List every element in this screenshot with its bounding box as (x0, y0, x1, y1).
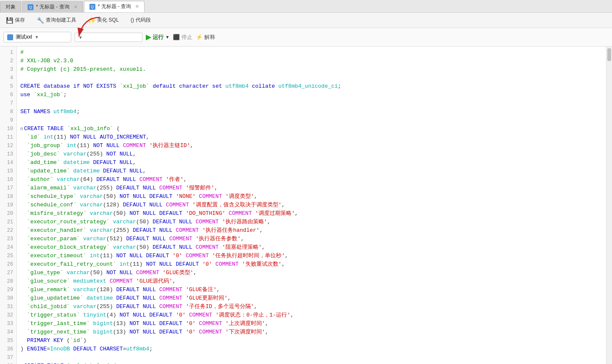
ln-25: 25 (0, 252, 13, 260)
explain-label: 解释 (204, 33, 215, 41)
database-select[interactable]: 测试xxl ▼ (3, 32, 71, 42)
code-line-34: `trigger_next_time` bigint(13) NOT NULL … (20, 328, 603, 336)
code-line-22: `executor_handler` varchar(255) DEFAULT … (20, 226, 603, 235)
code-line-14: `add_time` datetime DEFAULT NULL, (20, 158, 603, 167)
tab-query2[interactable]: Q * 无标题 - 查询 ✕ (84, 1, 145, 12)
vertical-scrollbar[interactable] (606, 47, 612, 364)
table-select-chevron: ▼ (78, 35, 83, 40)
code-line-31: `child_jobid` varchar(255) DEFAULT NULL … (20, 303, 603, 311)
code-line-5: CREATE database if NOT EXISTS `xxl_job` … (20, 82, 603, 91)
ln-20: 20 (0, 209, 13, 218)
save-button[interactable]: 💾 保存 (3, 16, 28, 25)
ln-23: 23 (0, 235, 13, 243)
ln-22: 22 (0, 226, 13, 235)
code-line-25: `executor_timeout` int(11) NOT NULL DEFA… (20, 252, 603, 260)
code-line-29: `glue_remark` varchar(128) DEFAULT NULL … (20, 286, 603, 294)
ln-18: 18 (0, 192, 13, 201)
tab-query1[interactable]: Q * 无标题 - 查询 ✕ (22, 1, 83, 12)
ln-3: 3 (0, 65, 13, 74)
scrollbar-thumb[interactable] (607, 48, 611, 61)
code-line-27: `glue_type` varchar(50) NOT NULL COMMENT… (20, 269, 603, 277)
ln-9: 9 (0, 116, 13, 125)
fold-icon-10[interactable]: ⊟ (20, 125, 23, 133)
code-line-18: `schedule_type` varchar(50) NOT NULL DEF… (20, 192, 603, 201)
code-line-4 (20, 74, 603, 82)
code-line-3: # Copyright (c) 2015-present, xuxueli. (20, 65, 603, 74)
ln-14: 14 (0, 158, 13, 167)
query-build-button[interactable]: 🔧 查询创建工具 (34, 16, 79, 25)
save-label: 保存 (15, 17, 25, 24)
code-editor[interactable]: # # XXL-JOB v2.3.0 # Copyright (c) 2015-… (17, 47, 606, 364)
ln-8: 8 (0, 108, 13, 116)
tab-objects[interactable]: 对象 (0, 1, 21, 12)
code-line-9 (20, 116, 603, 125)
code-line-6: use `xxl_job`; (20, 91, 603, 99)
explain-button[interactable]: ⚡ 解释 (196, 33, 215, 41)
editor-area: 1 2 3 4 5 6 7 8 9 10 11 12 13 14 15 16 1… (0, 47, 612, 364)
code-line-21: `executor_route_strategy` varchar(50) DE… (20, 218, 603, 226)
tab-query1-icon: Q (28, 4, 33, 10)
ln-15: 15 (0, 167, 13, 175)
code-line-28: `glue_source` mediumtext COMMENT 'GLUE源代… (20, 277, 603, 286)
ln-33: 33 (0, 320, 13, 328)
query-toolbar: 测试xxl ▼ ▼ ▶ 运行 ▼ ⬛ 停止 ⚡ 解释 (0, 28, 612, 47)
ln-4: 4 (0, 74, 13, 82)
code-line-35: PRIMARY KEY (`id`) (20, 336, 603, 345)
code-line-7 (20, 99, 603, 108)
code-line-33: `trigger_last_time` bigint(13) NOT NULL … (20, 320, 603, 328)
query-build-label: 查询创建工具 (46, 17, 76, 24)
run-button[interactable]: ▶ 运行 ▼ (146, 33, 170, 41)
ln-34: 34 (0, 328, 13, 336)
db-select-chevron: ▼ (35, 35, 39, 39)
beautify-label: 美化 SQL (97, 17, 119, 24)
code-line-2: # XXL-JOB v2.3.0 (20, 57, 603, 65)
ln-10: 10 (0, 125, 13, 133)
beautify-button[interactable]: ✨ 美化 SQL (86, 16, 121, 25)
code-line-38: ⊟CREATE TABLE `xxl_job_log` ( (20, 362, 603, 364)
ln-27: 27 (0, 269, 13, 277)
main-toolbar: 💾 保存 🔧 查询创建工具 ✨ 美化 SQL () 代码段 (0, 13, 612, 28)
code-line-23: `executor_param` varchar(512) DEFAULT NU… (20, 235, 603, 243)
ln-6: 6 (0, 91, 13, 99)
code-line-24: `executor_block_strategy` varchar(50) DE… (20, 243, 603, 252)
code-line-8: SET NAMES utf8mb4; (20, 108, 603, 116)
code-line-32: `trigger_status` tinyint(4) NOT NULL DEF… (20, 311, 603, 320)
tab-bar: 对象 Q * 无标题 - 查询 ✕ Q * 无标题 - 查询 ✕ (0, 0, 612, 13)
beautify-icon: ✨ (88, 17, 95, 24)
code-line-10: ⊟CREATE TABLE `xxl_job_info` ( (20, 125, 603, 133)
tab-objects-label: 对象 (6, 3, 16, 11)
ln-29: 29 (0, 286, 13, 294)
run-dropdown-icon[interactable]: ▼ (165, 35, 170, 39)
tab-query1-label: * 无标题 - 查询 (36, 3, 70, 11)
code-segment-label: () 代码段 (131, 17, 150, 24)
code-line-30: `glue_updatetime` datetime DEFAULT NULL … (20, 294, 603, 303)
code-segment-button[interactable]: () 代码段 (128, 16, 153, 25)
stop-button[interactable]: ⬛ 停止 (173, 33, 192, 41)
db-name: 测试xxl (16, 33, 32, 41)
query-build-icon: 🔧 (37, 17, 44, 24)
ln-28: 28 (0, 277, 13, 286)
code-line-11: `id` int(11) NOT NULL AUTO_INCREMENT, (20, 133, 603, 142)
ln-16: 16 (0, 175, 13, 184)
ln-30: 30 (0, 294, 13, 303)
table-select[interactable]: ▼ (75, 33, 142, 42)
explain-icon: ⚡ (196, 34, 203, 40)
ln-38: 38 (0, 362, 13, 364)
fold-icon-38[interactable]: ⊟ (20, 362, 23, 364)
tab-query1-close[interactable]: ✕ (74, 4, 78, 10)
code-line-15: `update_time` datetime DEFAULT NULL, (20, 167, 603, 175)
ln-21: 21 (0, 218, 13, 226)
ln-13: 13 (0, 150, 13, 158)
ln-36: 36 (0, 345, 13, 353)
ln-31: 31 (0, 303, 13, 311)
tab-query2-label: * 无标题 - 查询 (98, 3, 131, 10)
code-line-1: # (20, 48, 603, 57)
ln-19: 19 (0, 201, 13, 209)
app-window: 对象 Q * 无标题 - 查询 ✕ Q * 无标题 - 查询 ✕ 💾 保存 🔧 … (0, 0, 612, 364)
tab-query2-close[interactable]: ✕ (135, 4, 139, 9)
code-line-16: `author` varchar(64) DEFAULT NULL COMMEN… (20, 175, 603, 184)
code-line-37 (20, 353, 603, 362)
code-line-17: `alarm_email` varchar(255) DEFAULT NULL … (20, 184, 603, 192)
ln-5: 5 (0, 82, 13, 91)
code-line-19: `schedule_conf` varchar(128) DEFAULT NUL… (20, 201, 603, 209)
